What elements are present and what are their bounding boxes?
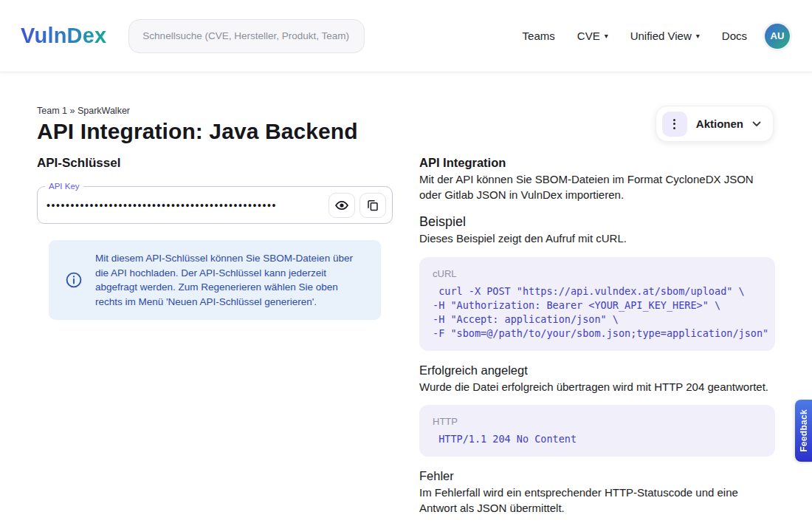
nav-teams[interactable]: Teams <box>523 30 555 42</box>
nav-unified-view[interactable]: Unified View ▾ <box>630 30 700 42</box>
section-title-api-key: API-Schlüssel <box>37 155 393 171</box>
api-key-masked-value[interactable]: ••••••••••••••••••••••••••••••••••••••••… <box>41 194 324 216</box>
api-key-fieldset: API Key ••••••••••••••••••••••••••••••••… <box>37 182 393 224</box>
chevron-down-icon <box>752 121 761 127</box>
copy-icon <box>366 199 379 212</box>
http-code: HTTP/1.1 204 No Content <box>433 432 762 446</box>
success-text: Wurde die Datei erfolgreich übertragen w… <box>419 380 775 395</box>
example-text: Dieses Beispiel zeigt den Aufruf mit cUR… <box>419 231 775 247</box>
docs-title: API Integration <box>419 155 775 171</box>
error-text: Im Fehlerfall wird ein entsprechender HT… <box>419 485 775 516</box>
breadcrumb-separator: » <box>69 106 75 116</box>
error-heading: Fehler <box>419 468 775 484</box>
user-avatar[interactable]: AU <box>765 24 790 49</box>
actions-button-label: Aktionen <box>696 117 743 130</box>
api-key-section: API-Schlüssel API Key ••••••••••••••••••… <box>37 155 393 526</box>
breadcrumb-team[interactable]: Team 1 <box>37 106 67 116</box>
code-block-label: cURL <box>433 268 762 279</box>
chevron-down-icon: ▾ <box>696 32 700 40</box>
actions-button[interactable]: Aktionen <box>656 106 774 142</box>
http-code-block[interactable]: HTTP HTTP/1.1 204 No Content <box>419 405 775 457</box>
copy-key-button[interactable] <box>359 193 386 218</box>
nav-cve[interactable]: CVE ▾ <box>577 30 608 42</box>
info-icon <box>65 271 83 289</box>
api-key-label: API Key <box>45 182 83 191</box>
kebab-menu-icon <box>662 112 687 137</box>
brand-logo[interactable]: VulnDex <box>21 24 106 48</box>
docs-intro: Mit der API können Sie SBOM-Dateien im F… <box>419 172 775 202</box>
curl-code: curl -X POST "https://api.vulndex.at/sbo… <box>433 284 762 341</box>
chevron-down-icon: ▾ <box>605 32 608 40</box>
main-nav: Teams CVE ▾ Unified View ▾ Docs <box>523 30 747 42</box>
success-heading: Erfolgreich angelegt <box>419 363 775 378</box>
page-content: Team 1 » SparkWalker API Integration: Ja… <box>0 72 812 526</box>
eye-icon <box>334 198 349 213</box>
search-input[interactable] <box>128 19 365 53</box>
example-heading: Beispiel <box>419 214 775 230</box>
reveal-key-button[interactable] <box>328 193 355 218</box>
breadcrumb-project[interactable]: SparkWalker <box>78 106 130 116</box>
feedback-tab-button[interactable]: Feedback <box>795 400 812 462</box>
app-header: VulnDex Teams CVE ▾ Unified View ▾ Docs … <box>0 0 812 72</box>
api-key-info-alert: Mit diesem API-Schlüssel können Sie SBOM… <box>49 240 381 320</box>
code-block-label: HTTP <box>433 416 762 427</box>
api-docs-section: API Integration Mit der API können Sie S… <box>419 155 775 526</box>
info-alert-text: Mit diesem API-Schlüssel können Sie SBOM… <box>95 251 363 309</box>
curl-code-block[interactable]: cURL curl -X POST "https://api.vulndex.a… <box>419 257 775 351</box>
feedback-tab-label: Feedback <box>799 409 809 452</box>
nav-docs[interactable]: Docs <box>722 30 747 42</box>
